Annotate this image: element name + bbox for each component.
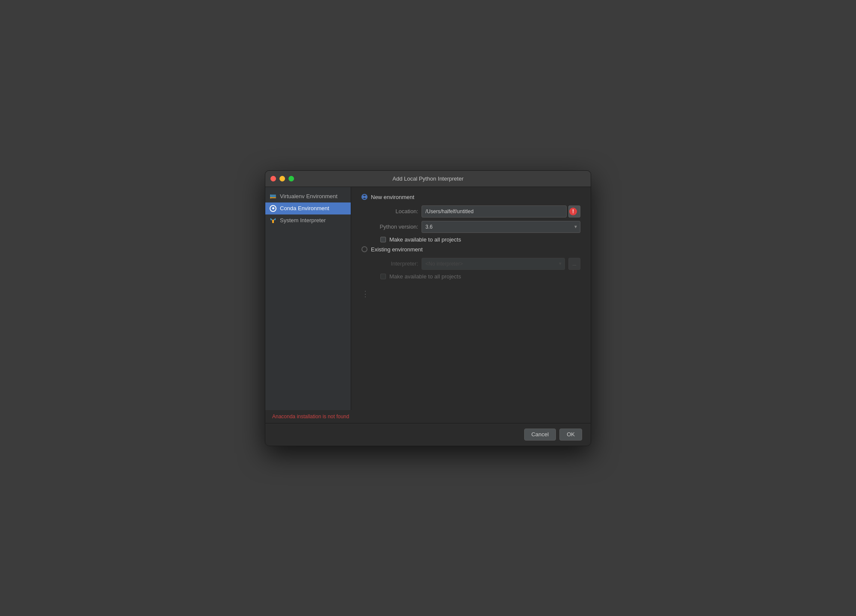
minimize-button[interactable] [279,176,285,181]
new-env-make-available-checkbox[interactable] [380,237,386,242]
svg-rect-5 [272,220,274,223]
maximize-button[interactable] [288,176,294,181]
sidebar: Virtualenv Environment Conda Environment [265,187,351,410]
existing-environment-form: Interpreter: <No interpreter> ▼ ... Make… [371,258,580,280]
python-version-select[interactable]: 3.6 2.7 3.5 3.7 3.8 [422,221,580,233]
resize-handle: ⋮ [361,288,580,299]
conda-label: Conda Environment [280,205,329,211]
virtualenv-label: Virtualenv Environment [280,193,337,199]
new-environment-radio-option[interactable]: New environment [361,194,580,200]
new-environment-label: New environment [371,194,414,200]
interpreter-select-wrapper: <No interpreter> ▼ [422,258,565,270]
dialog-footer: Cancel OK [265,423,591,446]
sidebar-item-system[interactable]: System Interpreter [265,214,351,226]
new-env-make-available-row: Make available to all projects [380,236,580,243]
conda-icon [270,205,276,212]
error-icon: ! [569,208,577,215]
dialog-window: Add Local Python Interpreter Virtualenv … [265,170,591,446]
interpreter-browse-button: ... [568,258,580,270]
existing-environment-radio-option[interactable]: Existing environment [361,246,580,253]
existing-environment-radio[interactable] [361,246,367,252]
interpreter-select: <No interpreter> [422,258,565,270]
window-controls [270,176,294,181]
interpreter-label: Interpreter: [371,260,418,267]
virtualenv-icon [270,193,276,200]
existing-env-make-available-checkbox [380,274,386,279]
location-input-group: ! ... [422,205,580,217]
svg-rect-1 [270,196,276,197]
sidebar-item-virtualenv[interactable]: Virtualenv Environment [265,190,351,202]
error-status: Anaconda installation is not found [265,410,591,423]
sidebar-item-conda[interactable]: Conda Environment [265,202,351,214]
dialog-body: Virtualenv Environment Conda Environment [265,187,591,410]
python-version-row: Python version: 3.6 2.7 3.5 3.7 3.8 ▼ [371,221,580,233]
error-message-text: Anaconda installation is not found [272,414,349,420]
svg-point-4 [270,197,271,198]
close-button[interactable] [270,176,276,181]
system-interpreter-icon [270,217,276,224]
existing-env-make-available-label: Make available to all projects [389,273,461,280]
python-version-label: Python version: [371,223,418,230]
location-row: Location: ! ... [371,205,580,217]
ok-button[interactable]: OK [559,429,582,441]
location-input[interactable] [422,205,567,217]
existing-environment-label: Existing environment [371,246,423,253]
window-title: Add Local Python Interpreter [392,175,464,182]
interpreter-row: Interpreter: <No interpreter> ▼ ... [371,258,580,270]
existing-env-make-available-row: Make available to all projects [380,273,580,280]
location-input-wrapper: ! [422,205,567,217]
new-environment-form: Location: ! ... Python version: 3.6 [371,205,580,243]
new-env-make-available-label: Make available to all projects [389,236,461,243]
cancel-button[interactable]: Cancel [524,429,556,441]
bottom-section: Anaconda installation is not found Cance… [265,410,591,446]
new-environment-radio[interactable] [361,194,367,200]
location-label: Location: [371,208,418,214]
title-bar: Add Local Python Interpreter [265,171,591,187]
python-version-select-wrapper: 3.6 2.7 3.5 3.7 3.8 ▼ [422,221,580,233]
system-label: System Interpreter [280,217,326,223]
svg-point-3 [270,194,271,196]
resize-dots-icon: ⋮ [361,290,369,298]
main-content: New environment Location: ! ... [351,187,591,410]
